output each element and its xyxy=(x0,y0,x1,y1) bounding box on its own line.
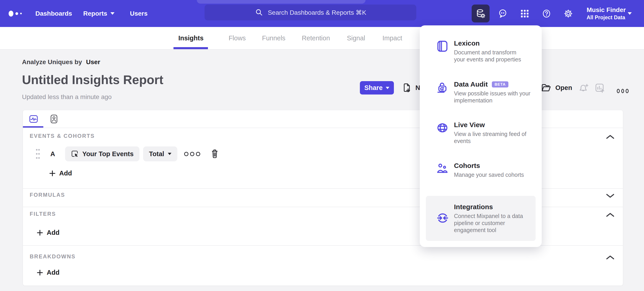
plus-icon xyxy=(49,170,56,177)
menu-item-title: Lexicon xyxy=(454,39,538,47)
chart-plus-icon xyxy=(594,82,605,93)
add-filter-button[interactable]: Add xyxy=(37,229,60,236)
chevron-up-icon xyxy=(606,212,614,217)
event-row: A Your Top Events Total xyxy=(35,146,220,161)
chat-bubble-icon xyxy=(498,8,508,19)
more-actions-button[interactable] xyxy=(617,85,628,97)
chevron-up-icon xyxy=(606,134,614,139)
tab-insights[interactable]: Insights xyxy=(178,27,204,49)
menu-item-lexicon[interactable]: Lexicon Document and transform your even… xyxy=(426,39,536,63)
collapse-events-button[interactable] xyxy=(605,132,615,142)
ellipsis-icon xyxy=(617,89,620,93)
lexicon-book-icon xyxy=(437,40,448,52)
add-to-dashboard-button[interactable] xyxy=(594,82,606,94)
analyze-prefix: Analyze Uniques by xyxy=(22,58,82,66)
tab-signal[interactable]: Signal xyxy=(347,27,365,49)
search-icon xyxy=(255,8,264,17)
nav-dashboards-label: Dashboards xyxy=(35,10,72,17)
database-gear-icon xyxy=(475,8,486,19)
event-options-button[interactable] xyxy=(184,152,200,156)
analyze-line: Analyze Uniques by User xyxy=(22,58,100,66)
tab-funnels[interactable]: Funnels xyxy=(262,27,285,49)
menu-item-title: Integrations xyxy=(454,203,538,211)
delete-event-button[interactable] xyxy=(210,148,220,159)
add-event-button[interactable]: Add xyxy=(49,170,72,177)
metric-value: Total xyxy=(149,150,164,158)
menu-item-desc: Connect Mixpanel to a data pipeline or c… xyxy=(454,213,538,234)
menu-item-desc: Document and transform your events and p… xyxy=(454,49,538,63)
data-management-menu: Lexicon Document and transform your even… xyxy=(420,25,542,247)
nav-reports-label: Reports xyxy=(83,10,107,17)
beta-badge: BETA xyxy=(492,81,508,87)
open-report-label: Open xyxy=(555,84,572,92)
apps-grid-button[interactable] xyxy=(519,0,530,27)
section-label-filters: FILTERS xyxy=(30,211,56,217)
report-type-tabs: Insights Flows Funnels Retention Signal … xyxy=(0,27,644,50)
report-title[interactable]: Untitled Insights Report xyxy=(22,72,163,87)
tab-retention[interactable]: Retention xyxy=(302,27,330,49)
active-query-tab-underline xyxy=(23,126,43,128)
event-letter: A xyxy=(50,150,55,158)
grid-icon xyxy=(520,9,530,18)
settings-button[interactable] xyxy=(562,0,574,27)
caret-down-icon xyxy=(628,12,632,15)
menu-item-desc: View a live streaming feed of events xyxy=(454,131,538,145)
document-plus-icon xyxy=(401,83,412,93)
data-management-button[interactable] xyxy=(472,4,490,22)
event-name: Your Top Events xyxy=(82,150,134,158)
tab-flows[interactable]: Flows xyxy=(228,27,246,49)
cursor-click-icon xyxy=(71,150,79,158)
section-label-formulas: FORMULAS xyxy=(30,192,65,198)
collapse-filters-button[interactable] xyxy=(605,210,615,220)
integrations-sync-icon xyxy=(437,212,448,224)
menu-item-integrations[interactable]: Integrations Connect Mixpanel to a data … xyxy=(426,196,536,241)
menu-item-data-audit[interactable]: Data Audit BETA View possible issues wit… xyxy=(426,80,536,104)
globe-icon xyxy=(437,122,448,134)
expand-formulas-button[interactable] xyxy=(605,191,615,201)
tab-impact[interactable]: Impact xyxy=(382,27,402,49)
menu-item-cohorts[interactable]: Cohorts Manage your saved cohorts xyxy=(426,162,536,178)
caret-down-icon xyxy=(110,12,114,15)
gear-icon xyxy=(563,8,574,19)
create-alert-button[interactable] xyxy=(577,82,589,94)
nav-reports[interactable]: Reports xyxy=(83,0,114,27)
folder-open-icon xyxy=(541,82,552,93)
data-audit-lock-icon xyxy=(437,81,448,93)
pulse-chart-icon xyxy=(29,114,38,124)
search-glow xyxy=(197,0,366,4)
active-tab-underline xyxy=(174,47,208,49)
mixpanel-app: Dashboards Reports Users Search Dashboar… xyxy=(0,0,644,291)
mixpanel-logo[interactable] xyxy=(8,0,22,27)
project-name: Music Finder xyxy=(587,6,626,14)
open-report-button[interactable]: Open xyxy=(541,81,572,94)
menu-item-title: Data Audit BETA xyxy=(454,80,538,88)
menu-item-desc: View possible issues with your implement… xyxy=(454,90,538,104)
collapse-breakdowns-button[interactable] xyxy=(605,253,615,263)
tab-events-query[interactable] xyxy=(29,114,38,124)
menu-item-desc: Manage your saved cohorts xyxy=(454,171,538,178)
add-breakdown-button[interactable]: Add xyxy=(37,269,60,276)
nav-users[interactable]: Users xyxy=(130,0,148,27)
project-switcher[interactable]: Music Finder All Project Data xyxy=(587,6,626,21)
section-label-breakdowns: BREAKDOWNS xyxy=(30,253,76,260)
search-input[interactable]: Search Dashboards & Reports ⌘K xyxy=(204,4,416,20)
help-button[interactable] xyxy=(541,0,552,27)
question-mark-icon xyxy=(541,8,552,19)
metric-selector[interactable]: Total xyxy=(143,146,177,161)
project-scope: All Project Data xyxy=(587,14,626,21)
nav-dashboards[interactable]: Dashboards xyxy=(35,0,72,27)
plus-icon xyxy=(37,230,43,236)
share-button[interactable]: Share xyxy=(360,81,394,94)
caret-down-icon xyxy=(168,153,172,155)
nav-users-label: Users xyxy=(130,10,148,17)
bell-plus-icon xyxy=(578,82,589,93)
tab-profiles-query[interactable] xyxy=(49,114,59,124)
analyze-value-user[interactable]: User xyxy=(86,58,100,66)
search-placeholder: Search Dashboards & Reports ⌘K xyxy=(268,9,366,16)
event-selector[interactable]: Your Top Events xyxy=(65,146,140,161)
drag-handle-icon[interactable] xyxy=(35,147,40,161)
top-nav: Dashboards Reports Users Search Dashboar… xyxy=(0,0,644,27)
menu-item-live-view[interactable]: Live View View a live streaming feed of … xyxy=(426,121,536,145)
feedback-button[interactable] xyxy=(497,0,508,27)
ellipsis-icon xyxy=(184,152,188,156)
